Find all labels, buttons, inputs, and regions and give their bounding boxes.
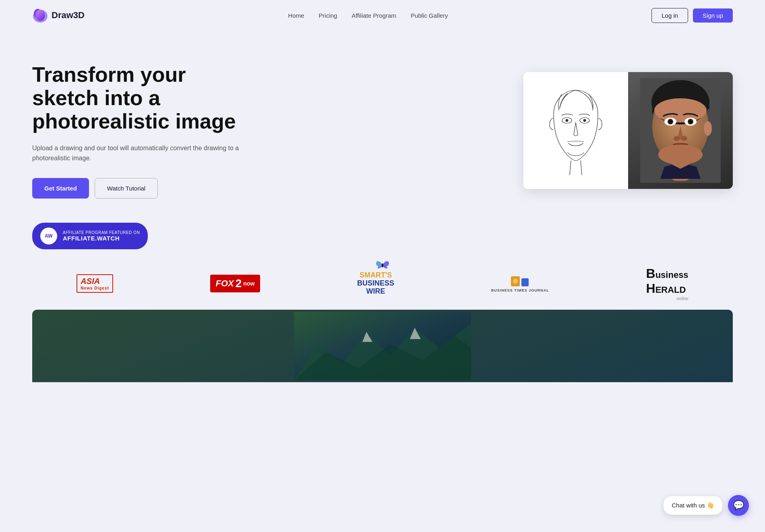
navbar: Draw3D Home Pricing Affiliate Program Pu… [0,0,765,31]
nav-actions: Log in Sign up [651,8,733,23]
asia-logo-text: ASIA [81,277,109,286]
hero-left: Transform your sketch into a photorealis… [32,63,242,199]
affiliate-text: AFFILIATE PROGRAM FEATURED ON AFFILIATE.… [63,230,140,242]
fox-now: now [243,280,254,287]
affiliate-badge[interactable]: AW AFFILIATE PROGRAM FEATURED ON AFFILIA… [32,223,148,249]
logo-text: Draw3D [52,10,85,21]
svg-rect-24 [521,278,529,286]
photo-side [628,72,733,189]
aw-circle: AW [40,228,57,244]
asia-logo-sub: News Digest [81,286,109,290]
get-started-button[interactable]: Get Started [32,178,89,199]
logo-area[interactable]: Draw3D [32,7,85,23]
chat-button[interactable]: 💬 [728,495,749,516]
login-button[interactable]: Log in [651,8,688,23]
bh-online: online [646,296,688,301]
nav-affiliate[interactable]: Affiliate Program [351,12,396,19]
press-logo-btj: Business Times Journal [491,273,549,294]
btj-icon [510,274,530,288]
chat-bubble[interactable]: Chat with us 👋 [664,496,722,515]
svg-point-2 [35,10,45,21]
fox-logo: FOX 2 now [210,275,261,292]
chat-icon: 💬 [733,500,744,511]
btj-text: Business Times Journal [491,288,549,292]
hero-title: Transform your sketch into a photorealis… [32,63,242,133]
fox-text: FOX [216,278,234,289]
press-logo-asia: ASIA News Digest [76,273,113,294]
hero-image [523,72,733,189]
hero-right [258,72,733,189]
affiliate-text-top: AFFILIATE PROGRAM FEATURED ON [63,230,140,235]
nav-links: Home Pricing Affiliate Program Public Ga… [288,12,448,19]
hero-subtitle: Upload a drawing and our tool will autom… [32,143,242,164]
watch-tutorial-button[interactable]: Watch Tutorial [95,178,158,199]
sketch-side [523,72,628,189]
press-logo-fox: FOX 2 now [210,273,261,294]
svg-point-20 [704,121,712,136]
chat-widget: Chat with us 👋 💬 [664,495,749,516]
nav-home[interactable]: Home [288,12,304,19]
hero-section: Transform your sketch into a photorealis… [0,31,765,215]
svg-point-16 [689,120,692,123]
bottom-preview [32,310,733,382]
nav-gallery[interactable]: Public Gallery [411,12,448,19]
svg-point-18 [681,136,687,141]
photo-svg [640,78,721,183]
affiliate-text-bottom: AFFILIATE.WATCH [63,235,140,242]
svg-point-6 [583,119,586,122]
press-logos: ASIA News Digest FOX 2 now SMART'S BUSIN… [0,249,765,310]
svg-point-25 [513,279,518,284]
btj-logo: Business Times Journal [491,274,549,292]
nav-pricing[interactable]: Pricing [319,12,337,19]
svg-point-15 [669,120,672,123]
preview-image [294,312,471,380]
sketch-svg [536,78,616,183]
svg-point-17 [674,136,680,141]
press-logo-bh: BusinessHERALD online [646,273,688,294]
svg-point-10 [654,98,707,122]
hero-buttons: Get Started Watch Tutorial [32,178,242,199]
logo-icon [32,7,48,23]
smartbw-logo: SMART'S BUSINESSWIRE [357,271,394,295]
svg-point-5 [566,119,568,122]
fox-number: 2 [236,277,242,290]
signup-button[interactable]: Sign up [693,8,733,23]
press-logo-smartbw: SMART'S BUSINESSWIRE [357,273,394,294]
bh-logo: BusinessHERALD online [646,266,688,301]
aw-circle-text: AW [45,233,52,239]
